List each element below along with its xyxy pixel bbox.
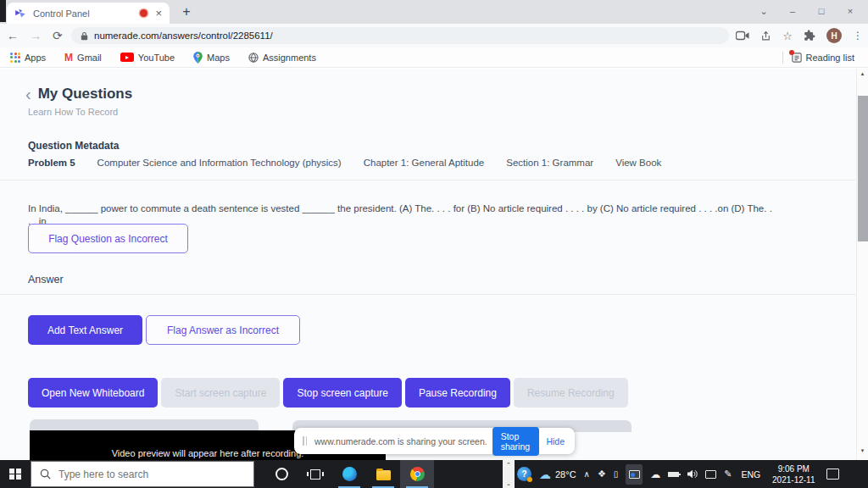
pause-recording-button[interactable]: Pause Recording — [405, 378, 510, 408]
pen-icon[interactable]: ✎ — [724, 469, 732, 479]
bookmark-label: Apps — [25, 53, 46, 63]
file-explorer-button[interactable] — [366, 460, 400, 488]
page-scrollbar[interactable]: ▲ ▼ — [856, 69, 868, 460]
temperature-text: 28°C — [555, 469, 576, 480]
onedrive-cloud-icon[interactable]: ☁ — [650, 469, 660, 480]
cortana-button[interactable] — [264, 460, 298, 488]
taskbar-scroll-up-icon[interactable]: ⌃ — [506, 462, 511, 468]
screen-share-popup: www.numerade.com is sharing your screen.… — [294, 428, 575, 454]
forward-icon[interactable]: → — [30, 29, 42, 42]
battery-icon[interactable] — [668, 472, 679, 477]
open-whiteboard-button[interactable]: Open New Whiteboard — [28, 378, 158, 408]
window-chevron-icon[interactable]: ⌄ — [749, 6, 778, 17]
divider — [0, 294, 856, 295]
reading-list-button[interactable]: Reading list — [792, 53, 854, 63]
language-indicator[interactable]: ENG — [742, 469, 761, 480]
task-view-button[interactable] — [298, 460, 332, 488]
bookmarks-divider — [782, 52, 783, 64]
bookmark-label: Assignments — [263, 53, 316, 63]
taskbar-scroll-down-icon[interactable]: ⌄ — [506, 480, 511, 486]
date-text: 2021-12-11 — [772, 475, 815, 485]
view-book-link[interactable]: View Book — [615, 158, 661, 168]
tab-strip: Control Panel × + ⌄ – □ × — [0, 0, 868, 24]
address-bar[interactable]: numerade.com/answers/control/2285611/ — [71, 27, 729, 44]
usb-device-icon[interactable]: ▯ — [614, 470, 619, 479]
bookmark-gmail[interactable]: M Gmail — [64, 52, 102, 64]
chrome-menu-icon[interactable]: ⋮ — [853, 30, 863, 42]
taskbar-scroll-strip[interactable]: ⌃ ⌄ — [503, 460, 515, 488]
speaker-icon[interactable] — [687, 469, 698, 479]
numerade-favicon-icon — [14, 8, 26, 19]
hidden-icons-chevron[interactable]: ∧ — [584, 470, 590, 479]
screen-cast-icon[interactable] — [626, 464, 643, 485]
scrollbar-down-icon[interactable]: ▼ — [857, 448, 868, 453]
file-explorer-icon — [376, 470, 391, 480]
reload-icon[interactable]: ⟳ — [53, 29, 63, 42]
action-center-icon[interactable] — [826, 469, 839, 480]
bookmarks-bar: Apps M Gmail YouTube Maps Assignments — [0, 47, 868, 68]
chrome-icon — [410, 467, 425, 481]
bookmark-label: Gmail — [77, 53, 102, 63]
window-restore-icon[interactable]: □ — [807, 6, 836, 16]
learn-how-to-record-link[interactable]: Learn How To Record — [28, 107, 118, 117]
search-input[interactable] — [58, 469, 228, 480]
chrome-taskbar-button[interactable] — [400, 460, 434, 488]
hide-link[interactable]: Hide — [546, 436, 565, 446]
cortana-icon — [275, 468, 288, 480]
stop-screen-capture-button[interactable]: Stop screen capture — [283, 378, 401, 408]
camera-indicator-icon[interactable] — [736, 30, 749, 41]
taskbar-clock[interactable]: 9:06 PM 2021-12-11 — [770, 463, 817, 485]
browser-toolbar: ← → ⟳ numerade.com/answers/control/22856… — [0, 24, 868, 47]
reading-list-label: Reading list — [806, 53, 854, 63]
task-view-icon — [310, 469, 320, 480]
start-screen-capture-button: Start screen capture — [161, 378, 280, 408]
answer-heading: Answer — [28, 274, 64, 286]
window-minimize-icon[interactable]: – — [778, 6, 807, 16]
extensions-puzzle-icon[interactable] — [804, 30, 815, 42]
reading-list-icon — [792, 53, 802, 63]
windows-taskbar: ⌃ ⌄ ? ☁ 28°C ∧ ❖ ▯ ☁ ✎ ENG 9:06 PM 2021-… — [0, 460, 868, 488]
tab-close-icon[interactable]: × — [155, 8, 162, 19]
help-icon[interactable]: ? — [517, 467, 531, 481]
back-chevron-icon[interactable]: ‹ — [25, 86, 31, 103]
scrollbar-thumb[interactable] — [858, 96, 868, 241]
scrollbar-up-icon[interactable]: ▲ — [857, 71, 868, 76]
windows-logo-icon — [9, 469, 21, 480]
question-metadata-row: Problem 5 Computer Science and Informati… — [28, 158, 661, 168]
maps-pin-icon — [193, 52, 203, 64]
bookmark-maps[interactable]: Maps — [193, 52, 230, 64]
share-icon[interactable] — [760, 30, 771, 42]
metadata-subject: Computer Science and Information Technol… — [97, 158, 342, 168]
add-text-answer-button[interactable]: Add Text Answer — [28, 315, 142, 345]
flag-answer-button[interactable]: Flag Answer as Incorrect — [146, 315, 300, 345]
flag-question-button[interactable]: Flag Question as Incorrect — [28, 224, 188, 253]
dropbox-icon[interactable]: ❖ — [598, 469, 606, 479]
bookmark-assignments[interactable]: Assignments — [248, 53, 316, 63]
system-tray: ? ☁ 28°C ∧ ❖ ▯ ☁ ✎ ENG 9:06 PM 2021-12-1… — [517, 460, 866, 488]
bookmark-apps[interactable]: Apps — [10, 53, 46, 63]
drag-handle-icon[interactable] — [303, 436, 307, 446]
page-content: ‹ My Questions Learn How To Record Quest… — [0, 69, 868, 460]
stop-sharing-button[interactable]: Stop sharing — [492, 427, 540, 456]
new-tab-button[interactable]: + — [176, 2, 197, 22]
weather-cloud-icon: ☁ — [539, 468, 551, 481]
metadata-section: Section 1: Grammar — [506, 158, 593, 168]
weather-widget[interactable]: ☁ 28°C — [539, 468, 576, 481]
window-close-icon[interactable]: × — [836, 6, 865, 16]
metadata-problem: Problem 5 — [28, 158, 75, 168]
bookmark-label: YouTube — [138, 53, 175, 63]
back-icon[interactable]: ← — [7, 29, 19, 42]
tab-control-panel[interactable]: Control Panel × — [7, 3, 170, 24]
display-cast-icon[interactable] — [705, 470, 716, 479]
share-message: www.numerade.com is sharing your screen. — [314, 436, 487, 446]
question-metadata-heading: Question Metadata — [28, 140, 119, 152]
start-button[interactable] — [0, 460, 31, 488]
back-to-my-questions[interactable]: ‹ My Questions — [25, 86, 132, 103]
bookmark-youtube[interactable]: YouTube — [120, 53, 175, 63]
bookmark-star-icon[interactable]: ☆ — [782, 30, 793, 42]
taskbar-search[interactable] — [31, 461, 254, 487]
search-icon — [40, 469, 51, 480]
profile-avatar[interactable]: H — [826, 28, 842, 43]
edge-taskbar-button[interactable] — [332, 460, 366, 488]
lock-icon — [81, 31, 88, 41]
